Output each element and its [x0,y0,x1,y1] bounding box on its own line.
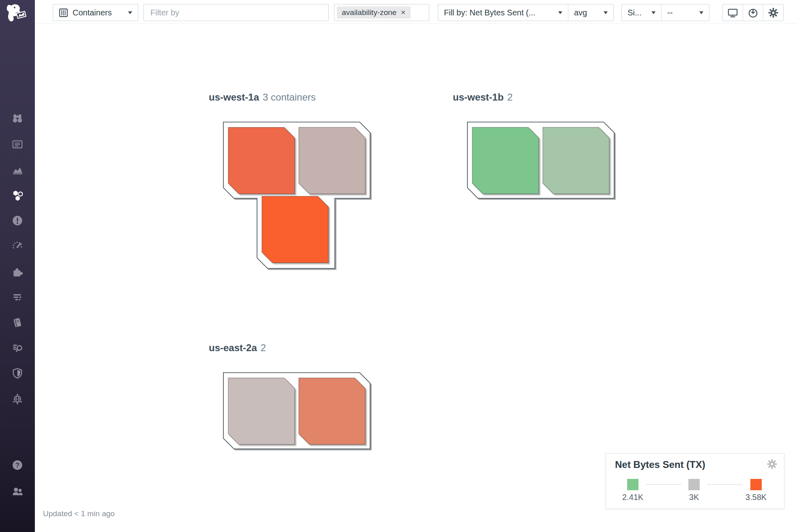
sidebar-item-apm[interactable] [11,240,24,252]
fill-by-group: Fill by: Net Bytes Sent (... avg [438,4,614,21]
alert-exclamation-icon [11,215,24,227]
legend-swatch-max [750,479,762,490]
chevron-down-icon [699,11,703,14]
container-group-us-west-1a [223,121,373,272]
sidebar-item-events[interactable] [11,138,24,150]
fill-by-label: Fill by: Net Bytes Sent (... [444,8,536,17]
log-search-icon [11,341,24,354]
size-by-group: Si... -- [621,4,709,21]
legend-dotted-line [708,484,742,485]
legend-value-max: 3.58K [728,493,784,502]
svg-text:?: ? [15,461,19,469]
help-question-icon: ? [11,459,24,471]
group-label-us-west-1b: us-west-1b2 [453,92,513,103]
network-globe-icon [11,393,24,405]
notebook-icon [11,316,24,328]
view-selector-dropdown[interactable]: Containers [53,4,138,21]
container-tile[interactable] [299,127,365,194]
metrics-chart-icon [11,164,24,176]
group-name: us-west-1b [453,92,503,103]
sidebar-item-help[interactable]: ? [11,459,24,471]
chevron-down-icon [651,11,656,14]
trace-spans-icon [11,291,24,303]
aggregation-label: avg [574,8,587,17]
group-count: 3 containers [263,92,316,103]
download-button[interactable] [743,4,763,21]
sidebar-item-logs[interactable] [11,341,24,354]
sidebar-item-monitors[interactable] [11,215,24,227]
group-label-us-west-1a: us-west-1a3 containers [209,92,316,103]
datadog-logo-icon[interactable] [5,2,29,29]
legend-value-mid: 3K [666,493,722,502]
aggregation-dropdown[interactable]: avg [568,4,613,21]
puzzle-piece-icon [11,266,24,278]
legend-settings-button[interactable] [767,459,778,470]
size-by-value: -- [667,8,673,17]
legend-dotted-line [647,484,681,485]
fill-by-dropdown[interactable]: Fill by: Net Bytes Sent (... [438,4,568,21]
toolbar-actions [722,4,784,21]
sidebar-item-metrics[interactable] [11,164,24,176]
group-count: 2 [507,92,512,103]
container-group-us-east-2a [223,372,373,452]
chevron-down-icon [604,11,608,14]
settings-button[interactable] [763,4,783,21]
container-tile[interactable] [472,127,539,194]
legend-swatch-min [627,479,638,490]
sidebar-item-watchdog[interactable] [11,112,24,124]
binoculars-icon [11,112,24,124]
container-tile[interactable] [228,127,295,194]
group-count: 2 [261,342,266,353]
containers-hexagons-icon [11,189,24,202]
events-list-icon [11,138,24,150]
users-icon [11,485,24,497]
group-by-tags-box: availability-zone ✕ [334,4,429,21]
header-divider [35,23,797,24]
remove-tag-icon[interactable]: ✕ [401,9,406,16]
group-label-us-east-2a: us-east-2a2 [209,342,266,354]
sidebar: ? [0,0,35,532]
view-selector-label: Containers [73,8,112,17]
updated-status: Updated < 1 min ago [43,509,115,518]
gear-icon [768,7,779,18]
chevron-down-icon [128,11,132,14]
filter-input[interactable] [144,4,329,21]
sidebar-item-integrations[interactable] [11,266,24,278]
chevron-down-icon [558,11,562,14]
container-tile[interactable] [228,378,295,444]
columns-grid-icon [59,8,68,17]
gauge-icon [11,240,24,252]
group-name: us-east-2a [209,342,257,353]
size-by-dropdown[interactable]: Si... [622,4,661,21]
container-tile[interactable] [543,127,609,194]
gear-icon [767,459,778,470]
sidebar-item-team[interactable] [11,485,24,497]
legend-title: Net Bytes Sent (TX) [615,459,705,470]
sidebar-item-traces[interactable] [11,291,24,303]
monitor-icon [727,7,738,18]
container-tile[interactable] [299,378,365,444]
download-icon [748,7,758,18]
sidebar-item-security[interactable] [11,367,24,379]
sidebar-item-notebooks[interactable] [11,316,24,328]
legend-swatch-mid [688,479,700,490]
legend-value-min: 2.41K [604,493,661,502]
sidebar-item-containers[interactable] [11,189,24,202]
size-by-label: Si... [628,8,641,17]
shield-icon [11,367,24,379]
group-by-tag[interactable]: availability-zone ✕ [337,6,411,19]
sidebar-item-network[interactable] [11,393,24,405]
group-name: us-west-1a [209,92,259,103]
size-by-value-dropdown[interactable]: -- [662,4,709,21]
container-group-us-west-1b [467,121,617,202]
container-tile[interactable] [262,196,328,263]
group-by-tag-label: availability-zone [342,8,396,17]
legend-card: Net Bytes Sent (TX) 2.41K 3K 3.58K [606,453,784,509]
fullscreen-button[interactable] [723,4,743,21]
